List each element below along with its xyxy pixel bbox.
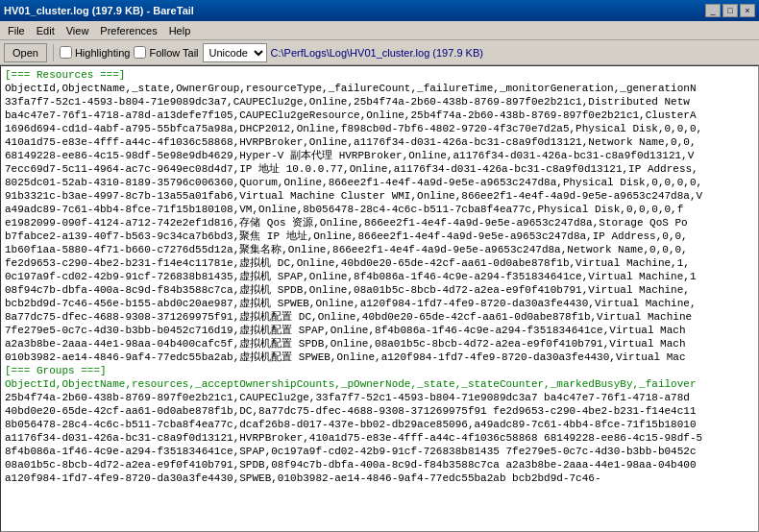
log-line: 0c197a9f-cd02-42b9-91cf-726838b81435,虚拟机… [5, 270, 754, 283]
minimize-button[interactable]: _ [705, 4, 721, 17]
log-line: bcb2bd9d-7c46-456e-b155-abd0c20ae987,虚拟机… [5, 297, 754, 310]
log-line: 25b4f74a-2b60-438b-8769-897f0e2b21c1,CAU… [5, 391, 754, 404]
log-line: 08f94c7b-dbfa-400a-8c9d-f84b3588c7ca,虚拟机… [5, 283, 754, 297]
log-line: a1176f34-d031-426a-bc31-c8a9f0d13121,HVR… [5, 431, 754, 445]
log-content: [=== Resources ===]ObjectId,ObjectName,_… [1, 66, 758, 531]
follow-tail-checkbox[interactable] [134, 46, 146, 59]
log-line: ba4c47e7-76f1-4718-a78d-a13defe7f105,CAU… [5, 109, 754, 122]
menu-file[interactable]: File [2, 23, 31, 38]
toolbar-separator-1 [53, 44, 54, 61]
open-button[interactable]: Open [4, 43, 47, 62]
log-line: ObjectId,ObjectName,_state,OwnerGroup,re… [5, 82, 754, 95]
content-area: [=== Resources ===]ObjectId,ObjectName,_… [0, 65, 759, 532]
log-line: [=== Groups ===] [5, 364, 754, 377]
log-line: 91b3321c-b3ae-4997-8c7b-13a55a01fab6,Vir… [5, 189, 754, 203]
highlighting-text: Highlighting [75, 47, 130, 59]
log-line: a2a3b8be-2aaa-44e1-98aa-04b400cafc5f,虚拟机… [5, 337, 754, 351]
log-line: ObjectId,ObjectName,resources,_acceptOwn… [5, 377, 754, 391]
highlighting-label[interactable]: Highlighting [60, 46, 130, 59]
log-line: a120f984-1fd7-4fe9-8720-da30a3fe4430,SPW… [5, 472, 754, 485]
title-bar-buttons: _ □ × [705, 4, 755, 17]
log-line: 8a77dc75-dfec-4688-9308-371269975f91,虚拟机… [5, 310, 754, 324]
log-line: 410a1d75-e83e-4fff-a44c-4f1036c58868,HVR… [5, 135, 754, 149]
log-line: 1696d694-cd1d-4abf-a795-55bfca75a98a,DHC… [5, 122, 754, 135]
log-line: 8025dc01-52ab-4310-8189-35796c006360,Quo… [5, 176, 754, 189]
menu-preferences[interactable]: Preferences [94, 23, 162, 38]
menu-edit[interactable]: Edit [31, 23, 61, 38]
log-line: a49adc89-7c61-4bb4-8fce-71f15b180108,VM,… [5, 203, 754, 216]
log-line: b7fabce2-a139-40f7-b563-9c34ca7b6bd3,聚焦 … [5, 230, 754, 243]
close-button[interactable]: × [740, 4, 755, 17]
maximize-button[interactable]: □ [722, 4, 738, 17]
title-bar-text: HV01_cluster.log (197.9 KB) - BareTail [4, 5, 194, 16]
log-line: 8b056478-28c4-4c6c-b511-7cba8f4ea77c,dca… [5, 418, 754, 431]
log-line: 7fe279e5-0c7c-4d30-b3bb-b0452c716d19,虚拟机… [5, 324, 754, 337]
highlighting-checkbox[interactable] [60, 46, 72, 59]
menu-bar: File Edit View Preferences Help [0, 21, 759, 40]
log-line: 1b60f1aa-5880-4f71-b660-c7276d55d12a,聚集名… [5, 243, 754, 256]
log-line: 33fa7f7-52c1-4593-b804-71e9089dc3a7,CAUP… [5, 95, 754, 109]
log-line: 40bd0e20-65de-42cf-aa61-0d0abe878f1b,DC,… [5, 404, 754, 418]
follow-tail-label[interactable]: Follow Tail [134, 46, 198, 59]
toolbar: Open Highlighting Follow Tail Unicode AN… [0, 40, 759, 65]
title-bar: HV01_cluster.log (197.9 KB) - BareTail _… [0, 0, 759, 21]
log-line: [=== Resources ===] [5, 68, 754, 82]
log-line: 7ecc69d7-5c11-4964-ac7c-9649ec08d4d7,IP … [5, 162, 754, 176]
follow-tail-text: Follow Tail [149, 47, 198, 59]
log-line: 8f4b086a-1f46-4c9e-a294-f351834641ce,SPA… [5, 445, 754, 458]
menu-view[interactable]: View [61, 23, 95, 38]
encoding-select[interactable]: Unicode ANSI UTF-8 [203, 43, 267, 62]
log-line: 68149228-ee86-4c15-98df-5e98e9db4629,Hyp… [5, 149, 754, 162]
log-line: 010b3982-ae14-4846-9af4-77edc55ba2ab,虚拟机… [5, 351, 754, 364]
file-path: C:\PerfLogs\Log\HV01_cluster.log (197.9 … [271, 47, 483, 59]
log-line: e1982099-090f-4124-a712-742e2ef1d816,存储 … [5, 216, 754, 230]
log-line: fe2d9653-c290-4be2-b231-f14e4c11781e,虚拟机… [5, 256, 754, 270]
menu-help[interactable]: Help [163, 23, 197, 38]
log-line: 08a01b5c-8bcb-4d72-a2ea-e9f0f410b791,SPD… [5, 458, 754, 472]
